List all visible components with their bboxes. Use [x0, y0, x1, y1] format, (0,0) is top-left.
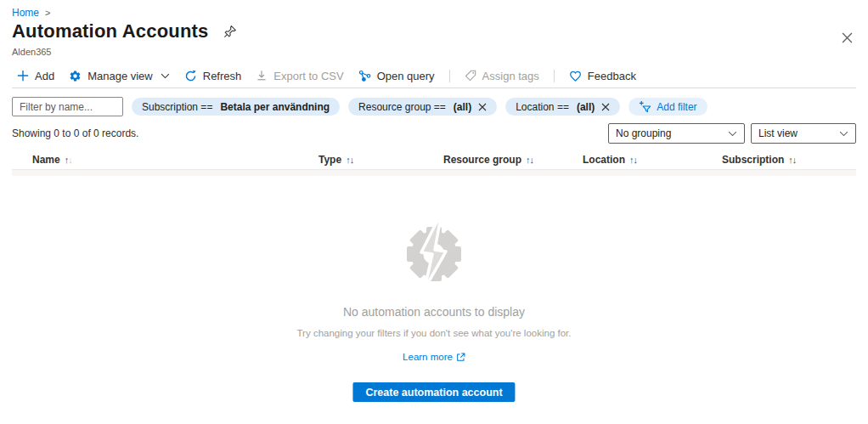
subscription-filter-value: Betala per användning — [220, 101, 330, 113]
plus-icon — [17, 70, 29, 82]
chevron-down-icon — [728, 131, 737, 137]
page-title: Automation Accounts — [12, 20, 209, 42]
chevron-down-icon — [161, 73, 170, 79]
add-label: Add — [35, 70, 54, 82]
column-header-type[interactable]: Type ↑↓ — [318, 154, 353, 166]
column-header-resource-group[interactable]: Resource group ↑↓ — [443, 154, 533, 166]
page-subtitle: Alden365 — [12, 47, 52, 57]
grouping-dropdown-value: No grouping — [616, 127, 671, 139]
add-button[interactable]: Add — [17, 70, 54, 82]
refresh-button[interactable]: Refresh — [184, 70, 242, 82]
empty-state-subtitle: Try changing your filters if you don't s… — [0, 328, 868, 338]
add-filter-label: Add filter — [657, 101, 696, 113]
column-label: Type — [318, 154, 341, 166]
refresh-label: Refresh — [203, 70, 242, 82]
heart-icon — [569, 70, 582, 82]
toolbar-divider — [554, 70, 555, 82]
filter-by-name-input[interactable] — [12, 97, 123, 116]
empty-state-title: No automation accounts to display — [0, 305, 868, 319]
assign-tags-label: Assign tags — [482, 70, 539, 82]
automation-gear-bolt-icon — [395, 209, 473, 296]
create-automation-account-button[interactable]: Create automation account — [352, 382, 515, 402]
learn-more-row: Learn more — [0, 348, 868, 364]
column-label: Subscription — [722, 154, 784, 166]
export-csv-button[interactable]: Export to CSV — [256, 70, 343, 82]
automation-accounts-page: Home > Automation Accounts Alden365 Add — [0, 0, 868, 424]
sort-icon: ↑↓ — [788, 155, 796, 165]
assign-tags-button[interactable]: Assign tags — [465, 70, 539, 82]
remove-filter-icon[interactable] — [601, 103, 610, 111]
records-summary: Showing 0 to 0 of 0 records. — [12, 127, 138, 139]
resource-group-filter-value: (all) — [454, 101, 471, 113]
column-label: Name — [32, 154, 60, 166]
toolbar-divider — [449, 70, 450, 82]
column-label: Location — [583, 154, 625, 166]
column-header-subscription[interactable]: Subscription ↑↓ — [722, 154, 796, 166]
table-header: Name ↑↓ Type ↑↓ Resource group ↑↓ Locati… — [0, 154, 868, 169]
breadcrumb-home-link[interactable]: Home — [12, 7, 39, 19]
gear-icon — [69, 70, 82, 82]
query-graph-icon — [358, 70, 371, 82]
add-filter-icon — [639, 100, 651, 113]
sort-icon: ↑↓ — [65, 155, 72, 165]
location-filter-pill[interactable]: Location == (all) — [505, 98, 620, 116]
column-header-location[interactable]: Location ↑↓ — [583, 154, 637, 166]
grouping-dropdown[interactable]: No grouping — [608, 123, 745, 144]
pin-icon[interactable] — [223, 25, 237, 38]
chevron-down-icon — [839, 131, 848, 137]
resource-group-filter-label: Resource group == — [358, 101, 446, 113]
location-filter-label: Location == — [516, 101, 569, 113]
manage-view-label: Manage view — [87, 70, 153, 82]
open-query-button[interactable]: Open query — [358, 70, 435, 82]
view-dropdown-value: List view — [758, 127, 798, 139]
remove-filter-icon[interactable] — [478, 103, 487, 111]
open-query-label: Open query — [377, 70, 435, 82]
learn-more-link[interactable]: Learn more — [403, 352, 465, 362]
export-csv-label: Export to CSV — [273, 70, 343, 82]
refresh-icon — [184, 70, 197, 82]
tag-icon — [465, 70, 476, 82]
sort-icon: ↑↓ — [346, 155, 353, 165]
sort-icon: ↑↓ — [629, 155, 637, 165]
command-bar: Add Manage view Refresh — [17, 65, 636, 87]
breadcrumb-separator-icon: > — [45, 8, 50, 18]
breadcrumb: Home > — [12, 7, 50, 19]
download-icon — [256, 70, 268, 82]
feedback-label: Feedback — [588, 70, 636, 82]
table-header-shadow — [12, 170, 856, 176]
sort-icon: ↑↓ — [526, 155, 533, 165]
learn-more-label: Learn more — [403, 352, 453, 362]
subscription-filter-label: Subscription == — [142, 101, 212, 113]
add-filter-button[interactable]: Add filter — [628, 98, 707, 116]
location-filter-value: (all) — [577, 101, 595, 113]
subscription-filter-pill[interactable]: Subscription == Betala per användning — [132, 98, 340, 116]
close-icon[interactable] — [838, 29, 856, 47]
manage-view-button[interactable]: Manage view — [69, 70, 170, 82]
toolbar-divider-line — [12, 88, 856, 88]
filter-bar: Subscription == Betala per användning Re… — [12, 97, 707, 116]
feedback-button[interactable]: Feedback — [569, 70, 636, 82]
column-header-name[interactable]: Name ↑↓ — [32, 154, 72, 166]
external-link-icon — [456, 353, 465, 362]
resource-group-filter-pill[interactable]: Resource group == (all) — [348, 98, 497, 116]
view-dropdown[interactable]: List view — [751, 123, 856, 144]
column-label: Resource group — [443, 154, 521, 166]
page-header: Automation Accounts — [12, 20, 237, 42]
